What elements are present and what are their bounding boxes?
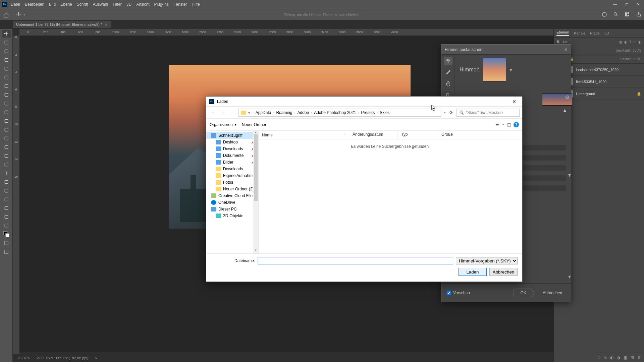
nav-forward-icon[interactable]: → — [218, 109, 226, 117]
breadcrumb-segment[interactable]: AppData — [254, 110, 273, 115]
crop-tool-icon[interactable] — [2, 65, 11, 72]
sky-dropdown-icon[interactable]: ▾ — [509, 67, 512, 73]
sky-preset-thumb[interactable] — [483, 58, 506, 81]
menu-datei[interactable]: Datei — [11, 2, 20, 7]
opacity-value[interactable]: 100% — [633, 49, 641, 52]
tree-item[interactable]: OneDrive — [206, 199, 258, 206]
tree-item[interactable]: Dieser PC — [206, 206, 258, 213]
tab-kanäle[interactable]: Kanäle — [574, 31, 585, 35]
filetype-select[interactable]: Himmel-Vorgaben (*.SKY) — [456, 257, 518, 264]
filter-shape-icon[interactable]: ▭ — [633, 40, 636, 44]
zoom-level[interactable]: 26,07% — [17, 356, 30, 360]
menu-hilfe[interactable]: Hilfe — [192, 2, 200, 7]
new-folder-button[interactable]: Neuer Ordner — [242, 122, 266, 127]
refresh-icon[interactable]: ⟳ — [447, 109, 455, 117]
preview-checkbox-input[interactable] — [447, 291, 451, 295]
breadcrumb-dropdown-icon[interactable]: ▾ — [444, 111, 446, 114]
fx-icon[interactable]: fx — [604, 355, 607, 360]
tree-item[interactable]: Eigene Aufnahmen — [206, 172, 258, 179]
move-tool-icon[interactable] — [16, 12, 21, 18]
tab-close-icon[interactable]: ✕ — [105, 23, 107, 26]
tab-pfade[interactable]: Pfade — [590, 31, 600, 35]
pen-tool-icon[interactable] — [2, 161, 11, 168]
preview-pane-icon[interactable]: ◫ — [507, 122, 511, 127]
cancel-button[interactable]: Abbrechen — [489, 268, 518, 276]
gradient-tool-icon[interactable] — [2, 135, 11, 142]
menu-plug-ins[interactable]: Plug-ins — [154, 2, 169, 7]
path-tool-icon[interactable] — [2, 178, 11, 186]
lasso-tool-icon[interactable] — [2, 48, 11, 55]
tab-ebenen[interactable]: Ebenen — [556, 30, 569, 36]
close-icon[interactable]: ✕ — [637, 2, 640, 7]
breadcrumb-segment[interactable]: Roaming — [275, 110, 293, 115]
menu-schrift[interactable]: Schrift — [77, 2, 88, 7]
filename-input[interactable] — [258, 257, 453, 264]
brush-tool-icon[interactable] — [2, 100, 11, 107]
maximize-icon[interactable]: ◻ — [625, 2, 629, 7]
gear-icon[interactable]: ⚙ — [565, 94, 570, 101]
breadcrumb-segment[interactable]: « — [247, 110, 252, 115]
document-tab[interactable]: Unbenannt-1 bei 26,1% (Himmel, Ebenenmas… — [13, 21, 111, 28]
minimize-icon[interactable]: — — [613, 2, 617, 7]
col-name[interactable]: Name˄ — [259, 131, 349, 139]
heal-tool-icon[interactable] — [2, 91, 11, 99]
adjustment-icon[interactable]: ◑ — [617, 355, 620, 360]
search-icon[interactable]: 🔍 — [556, 40, 560, 44]
hand-tool-icon[interactable] — [2, 196, 11, 203]
screenmode-icon[interactable] — [2, 248, 11, 255]
workspace-icon[interactable] — [625, 12, 630, 18]
quickmask-icon[interactable] — [2, 239, 11, 247]
tree-item[interactable]: Fotos — [206, 179, 258, 186]
chevron-down-icon[interactable]: ▾ — [568, 274, 571, 280]
filter-pixel-icon[interactable]: ▦ — [619, 40, 622, 44]
col-date[interactable]: Änderungsdatum — [349, 131, 398, 139]
col-size[interactable]: Größe — [438, 131, 522, 139]
fill-value[interactable]: 100% — [633, 57, 641, 61]
chevron-down-icon[interactable]: ▾ — [568, 172, 571, 178]
tab-3d[interactable]: 3D — [604, 31, 609, 35]
breadcrumb-segment[interactable]: Adobe Photoshop 2021 — [313, 110, 357, 115]
breadcrumb-segment[interactable]: Adobe — [296, 110, 310, 115]
fgbg-tool-icon[interactable] — [2, 231, 11, 238]
status-arrow-icon[interactable]: > — [95, 356, 97, 360]
filter-smart-icon[interactable]: ◧ — [638, 40, 641, 44]
sky-brush-tool-icon[interactable] — [444, 68, 452, 77]
link-icon[interactable]: ⌘ — [596, 355, 600, 360]
organize-button[interactable]: Organisieren▼ — [210, 122, 237, 127]
dropdown-icon[interactable]: ▾ — [23, 12, 25, 17]
filter-type-icon[interactable]: T — [629, 40, 631, 44]
breadcrumb-segment[interactable]: Skies — [378, 110, 391, 115]
stamp-tool-icon[interactable] — [2, 109, 11, 116]
history-tool-icon[interactable] — [2, 117, 11, 125]
breadcrumb[interactable]: «›AppData›Roaming›Adobe›Adobe Photoshop … — [238, 109, 441, 117]
tree-item[interactable]: Creative Cloud Files — [206, 192, 258, 199]
tree-scrollbar[interactable]: ▲ ▼ — [253, 131, 258, 253]
blur-tool-icon[interactable] — [2, 143, 11, 151]
chevron-up-icon[interactable]: ▴ — [564, 107, 566, 113]
tree-item[interactable]: Bilder📌 — [206, 159, 258, 166]
tree-item[interactable]: 3D-Objekte — [206, 213, 258, 219]
share-icon[interactable] — [636, 12, 641, 18]
tree-item[interactable]: Downloads — [206, 166, 258, 172]
menu-bearbeiten[interactable]: Bearbeiten — [25, 2, 44, 7]
menu-3d[interactable]: 3D — [126, 2, 131, 7]
col-type[interactable]: Typ — [398, 131, 438, 139]
group-icon[interactable]: ▣ — [624, 355, 627, 360]
cancel-button[interactable]: Abbrechen — [539, 289, 566, 297]
nav-back-icon[interactable]: ← — [209, 109, 217, 117]
rect-tool-icon[interactable] — [2, 187, 11, 194]
ok-button[interactable]: OK — [513, 289, 534, 297]
home-icon[interactable] — [3, 11, 9, 18]
more-tool-icon[interactable] — [2, 213, 11, 221]
tree-item[interactable]: Desktop📌 — [206, 139, 258, 145]
search-input[interactable]: 🔍 "Skies" durchsuchen — [457, 109, 520, 117]
wand-tool-icon[interactable] — [2, 56, 11, 64]
cloud-docs-icon[interactable] — [602, 12, 607, 18]
sky-panel-header[interactable]: Himmel austauschen ✕ — [441, 45, 571, 55]
load-button[interactable]: Laden — [459, 268, 487, 276]
menu-auswahl[interactable]: Auswahl — [93, 2, 108, 7]
sky-move-tool-icon[interactable] — [444, 57, 452, 65]
search-icon[interactable] — [613, 12, 619, 18]
view-dropdown-icon[interactable]: ▼ — [502, 123, 504, 126]
new-layer-icon[interactable]: ⊞ — [631, 355, 634, 360]
